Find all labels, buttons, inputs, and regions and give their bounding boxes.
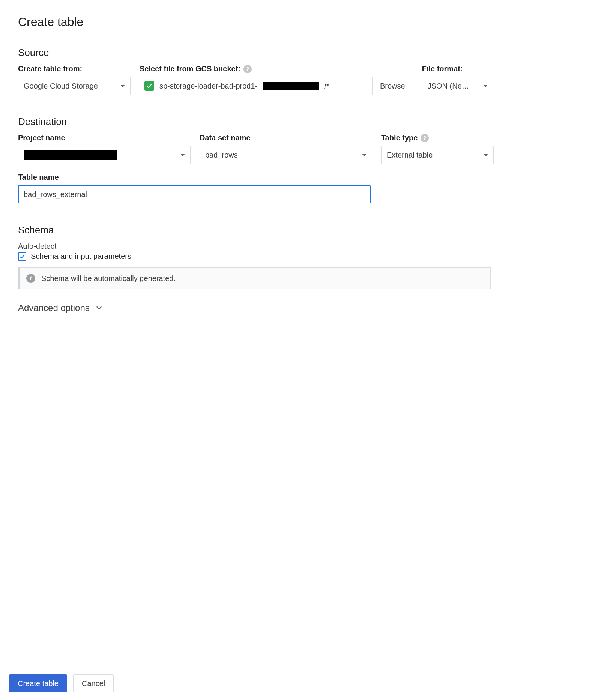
table-type-select[interactable]: External table [381, 146, 494, 164]
gcs-path-input[interactable]: sp-storage-loader-bad-prod1-/* [140, 77, 372, 95]
schema-info-banner: i Schema will be automatically generated… [18, 267, 491, 289]
caret-down-icon [120, 85, 125, 87]
schema-heading: Schema [18, 224, 598, 236]
caret-down-icon [484, 154, 488, 156]
help-icon[interactable]: ? [421, 134, 429, 142]
dataset-name-value: bad_rows [205, 151, 238, 159]
auto-detect-checkbox[interactable] [18, 252, 26, 261]
caret-down-icon [180, 154, 185, 156]
caret-down-icon [483, 85, 488, 87]
advanced-options-toggle[interactable]: Advanced options [18, 303, 598, 313]
chevron-down-icon [95, 304, 103, 312]
redacted-project-value [24, 150, 117, 160]
table-name-input[interactable] [18, 185, 371, 203]
check-icon [144, 81, 154, 91]
file-format-label: File format: [422, 65, 493, 73]
info-icon: i [26, 274, 35, 283]
source-heading: Source [18, 47, 598, 59]
footer-actions: Create table Cancel [0, 667, 616, 700]
browse-button[interactable]: Browse [372, 77, 413, 95]
file-format-select[interactable]: JSON (Ne… [422, 77, 493, 95]
table-type-value: External table [387, 151, 433, 159]
advanced-options-label: Advanced options [18, 303, 90, 313]
page-title: Create table [18, 15, 598, 29]
dataset-name-label: Data set name [200, 134, 372, 142]
destination-heading: Destination [18, 116, 598, 128]
gcs-file-label: Select file from GCS bucket: [140, 65, 240, 73]
caret-down-icon [362, 154, 367, 156]
create-table-from-label: Create table from: [18, 65, 131, 73]
project-name-label: Project name [18, 134, 191, 142]
schema-section: Schema Auto-detect Schema and input para… [18, 224, 598, 289]
file-format-value: JSON (Ne… [428, 82, 469, 90]
create-table-button[interactable]: Create table [9, 674, 67, 692]
auto-detect-label: Auto-detect [18, 242, 598, 251]
create-table-from-value: Google Cloud Storage [24, 82, 98, 90]
dataset-name-select[interactable]: bad_rows [200, 146, 372, 164]
destination-section: Destination Project name Data set name b… [18, 116, 598, 203]
cancel-button[interactable]: Cancel [73, 674, 114, 692]
redacted-segment [263, 82, 319, 90]
table-type-label: Table type [381, 134, 418, 142]
schema-info-text: Schema will be automatically generated. [41, 274, 176, 283]
project-name-select[interactable] [18, 146, 191, 164]
help-icon[interactable]: ? [243, 65, 252, 73]
gcs-path-prefix: sp-storage-loader-bad-prod1- [159, 82, 257, 90]
create-table-from-select[interactable]: Google Cloud Storage [18, 77, 131, 95]
auto-detect-checkbox-label: Schema and input parameters [31, 252, 131, 261]
source-section: Source Create table from: Google Cloud S… [18, 47, 598, 95]
table-name-label: Table name [18, 173, 371, 182]
gcs-path-suffix: /* [324, 82, 329, 90]
